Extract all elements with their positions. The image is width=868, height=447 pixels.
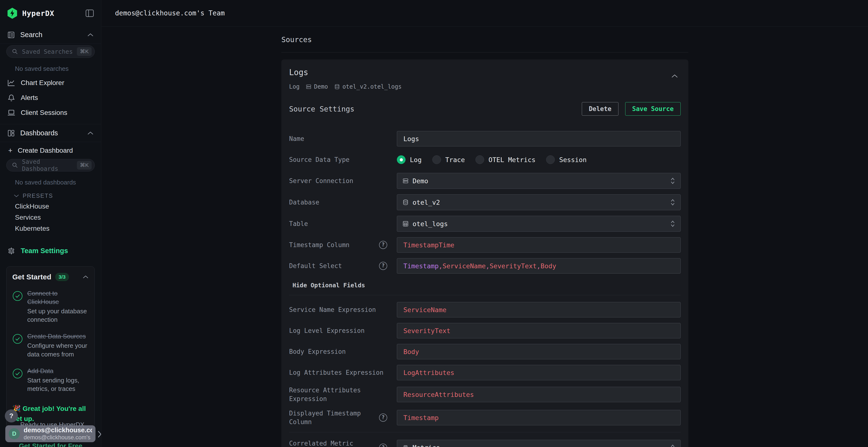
- sidebar-item-chart-explorer[interactable]: Chart Explorer: [0, 75, 101, 90]
- table-icon: [402, 220, 409, 227]
- logo-row: HyperDX: [0, 0, 101, 26]
- question-circle-icon[interactable]: ?: [379, 414, 387, 422]
- laptop-icon: [7, 109, 16, 116]
- user-menu[interactable]: D demos@clickhouse.com demos@clickhouse.…: [5, 425, 95, 442]
- create-dashboard-label: Create Dashboard: [18, 147, 73, 154]
- shortcut-badge: ⌘K: [77, 161, 92, 170]
- get-started-card: Get Started 3/3 Connect to ClickHouse Se…: [6, 266, 95, 431]
- presets-toggle[interactable]: PRESETS: [13, 193, 101, 199]
- source-data-type-radios: Log Trace OTEL Metrics Session: [397, 152, 681, 167]
- chevron-up-icon[interactable]: [83, 275, 89, 279]
- resource-attributes-expression-label: Resource Attributes Expression: [289, 386, 397, 403]
- radio-dot: [475, 156, 484, 164]
- step-title: Create Data Sources: [27, 332, 89, 341]
- timestamp-column-input[interactable]: TimestampTime: [397, 237, 681, 253]
- service-name-expression-input[interactable]: ServiceName: [397, 302, 681, 317]
- radio-dot: [397, 156, 406, 164]
- server-icon: [402, 178, 409, 184]
- question-circle-icon[interactable]: ?: [379, 444, 387, 447]
- step-description: Set up your database connection: [27, 307, 89, 324]
- source-card-logs: Logs Log Demo: [281, 60, 688, 447]
- radio-session[interactable]: Session: [546, 156, 587, 164]
- table-tag: otel_v2.otel_logs: [334, 83, 402, 90]
- delete-button[interactable]: Delete: [582, 102, 618, 115]
- question-circle-icon[interactable]: ?: [379, 262, 387, 270]
- server-connection-label: Server Connection: [289, 176, 397, 185]
- create-dashboard-button[interactable]: + Create Dashboard: [0, 142, 101, 158]
- chevron-up-icon: [87, 131, 94, 135]
- server-icon: [306, 84, 311, 90]
- dashboards-section-header[interactable]: Dashboards: [0, 124, 101, 142]
- sidebar-item-client-sessions[interactable]: Client Sessions: [0, 105, 101, 120]
- service-name-expression-label: Service Name Expression: [289, 305, 397, 314]
- search-icon: [12, 48, 18, 55]
- sidebar-item-alerts[interactable]: Alerts: [0, 90, 101, 105]
- sidebar-item-label: Client Sessions: [21, 109, 67, 116]
- get-started-free-link[interactable]: Get Started for Free: [0, 442, 101, 447]
- page-title: Sources: [281, 35, 312, 44]
- get-started-item: Add Data Start sending logs, metrics, or…: [12, 367, 89, 393]
- name-input[interactable]: Logs: [397, 131, 681, 146]
- displayed-timestamp-column-input[interactable]: Timestamp: [397, 410, 681, 425]
- no-saved-dashboards-text: No saved dashboards: [15, 179, 101, 186]
- help-button[interactable]: ?: [5, 409, 18, 422]
- source-tags: Log Demo otel_v2.otel_logs: [289, 83, 681, 90]
- search-section-header[interactable]: Search: [0, 26, 101, 44]
- radio-log[interactable]: Log: [397, 156, 422, 164]
- server-connection-select[interactable]: Demo: [397, 173, 681, 189]
- avatar: D: [9, 428, 20, 439]
- source-title: Logs: [289, 68, 681, 77]
- name-label: Name: [289, 134, 397, 143]
- preset-clickhouse[interactable]: ClickHouse: [15, 203, 101, 210]
- sidebar-item-label: Alerts: [21, 94, 38, 102]
- collapse-source-icon[interactable]: [671, 74, 678, 78]
- saved-searches-placeholder: Saved Searches: [22, 48, 77, 55]
- section-title: Source Settings: [289, 105, 354, 113]
- bell-icon: [7, 94, 16, 102]
- source-type-tag: Log: [289, 83, 300, 90]
- divider: [281, 52, 688, 53]
- default-select-input[interactable]: Timestamp,ServiceName,SeverityText,Body: [397, 258, 681, 274]
- collapse-sidebar-icon[interactable]: [85, 9, 94, 18]
- select-chevrons-icon: [670, 177, 675, 184]
- correlated-metric-source-select[interactable]: Metrics: [397, 440, 681, 447]
- save-source-button[interactable]: Save Source: [625, 102, 681, 115]
- saved-searches-input[interactable]: Saved Searches ⌘K: [6, 45, 95, 58]
- timestamp-column-label: Timestamp Column ?: [289, 241, 397, 249]
- hyperdx-logo-icon: [7, 8, 18, 19]
- question-circle-icon[interactable]: ?: [379, 241, 387, 249]
- displayed-timestamp-column-label: Displayed Timestamp Column ?: [289, 409, 397, 426]
- radio-otel-metrics[interactable]: OTEL Metrics: [475, 156, 535, 164]
- main-content: Sources Logs Log Demo: [101, 27, 868, 447]
- preset-services[interactable]: Services: [15, 214, 101, 221]
- step-title: Connect to ClickHouse: [27, 289, 89, 306]
- step-description: Start sending logs, metrics, or traces: [27, 376, 89, 393]
- team-title: demos@clickhouse.com's Team: [115, 9, 225, 17]
- table-label: Table: [289, 219, 397, 228]
- team-settings-link[interactable]: Team Settings: [0, 242, 101, 260]
- radio-dot: [432, 156, 441, 164]
- step-description: Configure where your data comes from: [27, 342, 89, 358]
- gear-icon: [7, 247, 16, 255]
- log-attributes-expression-label: Log Attributes Expression: [289, 368, 397, 377]
- database-select[interactable]: otel_v2: [397, 194, 681, 210]
- preset-kubernetes[interactable]: Kubernetes: [15, 225, 101, 232]
- radio-trace[interactable]: Trace: [432, 156, 465, 164]
- log-level-expression-input[interactable]: SeverityText: [397, 323, 681, 338]
- database-icon: [402, 199, 409, 205]
- table-select[interactable]: otel_logs: [397, 216, 681, 232]
- chart-explorer-icon: [7, 79, 16, 87]
- log-attributes-expression-input[interactable]: LogAttributes: [397, 365, 681, 380]
- get-started-progress-badge: 3/3: [55, 273, 69, 281]
- select-chevrons-icon: [670, 220, 675, 227]
- saved-dashboards-input[interactable]: Saved Dashboards ⌘K: [6, 159, 95, 171]
- hide-optional-fields-toggle[interactable]: Hide Optional Fields: [292, 282, 681, 289]
- resource-attributes-expression-input[interactable]: ResourceAttributes: [397, 387, 681, 402]
- user-email: demos@clickhouse.com: [24, 426, 92, 434]
- correlated-metric-source-label: Correlated Metric Source ?: [289, 439, 397, 447]
- log-level-expression-label: Log Level Expression: [289, 326, 397, 335]
- database-icon: [334, 84, 340, 90]
- check-circle-icon: [13, 291, 23, 301]
- topbar: demos@clickhouse.com's Team: [101, 0, 868, 27]
- body-expression-input[interactable]: Body: [397, 344, 681, 359]
